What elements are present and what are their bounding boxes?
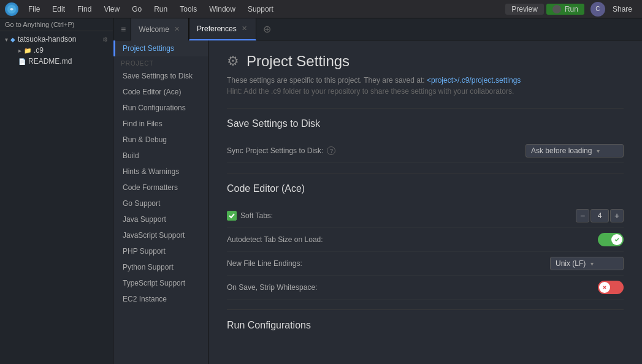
chevron-right-icon: ▸ [18, 47, 21, 54]
tab-welcome-close[interactable]: ✕ [173, 24, 181, 34]
settings-icon[interactable]: ⚙ [102, 36, 108, 43]
share-button[interactable]: Share [608, 4, 637, 15]
content-area: Project Settings PROJECT Save Settings t… [113, 40, 642, 364]
tab-menu-icon[interactable]: ≡ [116, 25, 131, 34]
stepper-plus[interactable]: + [610, 209, 624, 222]
settings-path-link[interactable]: <project>/.c9/project.settings [427, 76, 521, 85]
file-sidebar: Go to Anything (Ctrl+P) ▾ ◆ tatsuoka-han… [0, 18, 113, 364]
settings-hint: Hint: Add the .c9 folder to your reposit… [227, 87, 624, 96]
sync-dropdown[interactable]: Ask before loading ▾ [525, 144, 624, 157]
settings-description: These settings are specific to this proj… [227, 76, 624, 85]
menu-window[interactable]: Window [204, 4, 240, 15]
stepper-minus[interactable]: − [576, 209, 589, 222]
menu-tools[interactable]: Tools [175, 4, 202, 15]
file-tree-root[interactable]: ▾ ◆ tatsuoka-handson ⚙ [0, 34, 113, 45]
strip-whitespace-control [598, 281, 624, 294]
menu-support[interactable]: Support [243, 4, 278, 15]
section-title-ace: Code Editor (Ace) [227, 183, 624, 194]
sidebar-item-run-config[interactable]: Run Configurations [113, 100, 208, 116]
chevron-down-icon: ▾ [5, 36, 8, 43]
goto-bar[interactable]: Go to Anything (Ctrl+P) [0, 18, 113, 31]
sync-settings-control: Ask before loading ▾ [525, 144, 624, 157]
strip-whitespace-toggle[interactable] [598, 281, 624, 294]
toggle-knob [599, 282, 610, 293]
section-run-config: Run Configurations [227, 309, 624, 331]
tree-c9-item[interactable]: ▸ 📁 .c9 [9, 45, 113, 56]
stepper-value: 4 [590, 209, 609, 222]
tabs-bar: ≡ Welcome ✕ Preferences ✕ ⊕ [113, 18, 642, 40]
autodetect-toggle[interactable] [598, 233, 624, 246]
menu-run[interactable]: Run [149, 4, 172, 15]
preview-button[interactable]: Preview [505, 4, 544, 15]
sidebar-item-run-debug[interactable]: Run & Debug [113, 132, 208, 148]
line-endings-control: Unix (LF) ▾ [550, 257, 624, 270]
sidebar-item-hints-warnings[interactable]: Hints & Warnings [113, 164, 208, 180]
section-title-save: Save Settings to Disk [227, 118, 624, 129]
row-strip-whitespace: On Save, Strip Whitespace: [227, 276, 624, 300]
sidebar-item-build[interactable]: Build [113, 148, 208, 164]
menu-view[interactable]: View [99, 4, 124, 15]
tree-readme-item[interactable]: 📄 README.md [0, 56, 113, 66]
row-sync-settings: Sync Project Settings to Disk: ? Ask bef… [227, 139, 624, 163]
menu-edit[interactable]: Edit [47, 4, 70, 15]
menu-go[interactable]: Go [127, 4, 147, 15]
menu-file[interactable]: File [23, 4, 45, 15]
chevron-down-icon: ▾ [597, 148, 600, 154]
sidebar-item-python-support[interactable]: Python Support [113, 259, 208, 275]
sidebar-item-javascript-support[interactable]: JavaScript Support [113, 227, 208, 243]
line-endings-label: New File Line Endings: [227, 259, 550, 268]
sidebar-item-code-editor[interactable]: Code Editor (Ace) [113, 84, 208, 100]
menubar: File Edit Find View Go Run Tools Window … [0, 0, 642, 18]
page-gear-icon: ⚙ [227, 53, 239, 69]
folder-icon: 📁 [24, 47, 31, 54]
sidebar-item-code-formatters[interactable]: Code Formatters [113, 180, 208, 195]
sidebar-item-java-support[interactable]: Java Support [113, 211, 208, 227]
row-autodetect: Autodetect Tab Size on Load: [227, 228, 624, 252]
sidebar-item-php-support[interactable]: PHP Support [113, 243, 208, 259]
soft-tabs-checkbox[interactable] [227, 211, 237, 221]
tab-preferences[interactable]: Preferences ✕ [189, 18, 256, 40]
sync-settings-label: Sync Project Settings to Disk: ? [227, 146, 525, 155]
file-icon: 📄 [18, 58, 26, 65]
page-header: ⚙ Project Settings [227, 53, 624, 70]
page-title: Project Settings [246, 53, 350, 70]
sidebar-item-ec2-instance[interactable]: EC2 Instance [113, 291, 208, 307]
toggle-knob [611, 234, 622, 245]
info-icon[interactable]: ? [327, 146, 335, 155]
file-tree: ▾ ◆ tatsuoka-handson ⚙ ▸ 📁 .c9 📄 README.… [0, 31, 113, 68]
soft-tabs-control: − 4 + [576, 209, 624, 222]
sidebar-item-go-support[interactable]: Go Support [113, 195, 208, 211]
menu-find[interactable]: Find [72, 4, 96, 15]
settings-sidebar: Project Settings PROJECT Save Settings t… [113, 40, 208, 364]
autodetect-label: Autodetect Tab Size on Load: [227, 235, 598, 244]
tab-welcome[interactable]: Welcome ✕ [131, 18, 189, 40]
sidebar-section-project: PROJECT [113, 56, 208, 68]
sidebar-item-save-settings[interactable]: Save Settings to Disk [113, 68, 208, 84]
section-title-run: Run Configurations [227, 320, 624, 331]
chevron-down-icon: ▾ [590, 260, 594, 267]
strip-whitespace-label: On Save, Strip Whitespace: [227, 283, 598, 292]
settings-main-content: ⚙ Project Settings These settings are sp… [208, 40, 642, 364]
sidebar-item-project-settings[interactable]: Project Settings [113, 40, 208, 56]
folder-icon: ◆ [10, 36, 15, 43]
sidebar-item-typescript-support[interactable]: TypeScript Support [113, 275, 208, 291]
line-endings-dropdown[interactable]: Unix (LF) ▾ [550, 257, 624, 270]
section-save-settings: Save Settings to Disk Sync Project Setti… [227, 108, 624, 163]
editor-area: ≡ Welcome ✕ Preferences ✕ ⊕ Project Sett… [113, 18, 642, 364]
run-circle-icon [552, 5, 561, 13]
section-code-editor: Code Editor (Ace) Soft Tabs: [227, 173, 624, 300]
user-avatar[interactable]: C [590, 2, 605, 17]
new-tab-button[interactable]: ⊕ [259, 21, 276, 38]
row-line-endings: New File Line Endings: Unix (LF) ▾ [227, 252, 624, 276]
tabs-stepper: − 4 + [576, 209, 624, 222]
soft-tabs-label: Soft Tabs: [227, 211, 576, 221]
tab-preferences-close[interactable]: ✕ [240, 23, 248, 34]
main-container: Go to Anything (Ctrl+P) ▾ ◆ tatsuoka-han… [0, 18, 642, 364]
row-soft-tabs: Soft Tabs: − 4 + [227, 204, 624, 228]
autodetect-control [598, 233, 624, 246]
sidebar-item-find-in-files[interactable]: Find in Files [113, 116, 208, 132]
app-logo[interactable] [5, 2, 18, 16]
run-button[interactable]: Run [546, 4, 584, 15]
